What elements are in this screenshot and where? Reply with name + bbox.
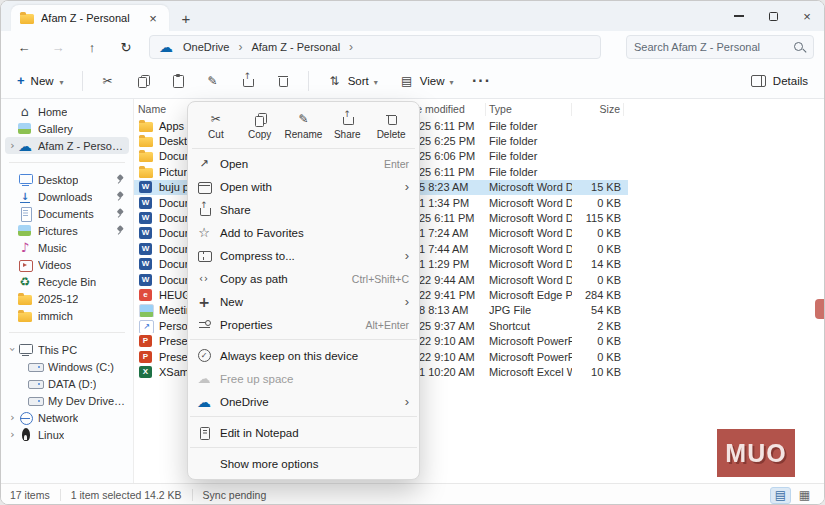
new-tab-button[interactable] [173, 5, 199, 31]
quick-action-button[interactable]: Delete [369, 108, 413, 143]
sidebar-item[interactable]: Network [5, 409, 129, 426]
sidebar-item[interactable]: 2025-12 [5, 290, 129, 307]
sidebar-item[interactable]: Windows (C:) [5, 358, 129, 375]
toolbar-button[interactable] [235, 68, 261, 94]
context-menu-item[interactable]: Copy as path Ctrl+Shift+C [192, 267, 415, 290]
context-menu-item[interactable]: New [192, 290, 415, 313]
chevron-right-icon[interactable] [8, 427, 17, 443]
chevron-spacer[interactable] [18, 393, 27, 409]
quick-action-button[interactable]: Share [325, 108, 369, 143]
toolbar-button[interactable] [270, 68, 296, 94]
maximize-button[interactable] [756, 1, 790, 31]
refresh-button[interactable] [113, 35, 139, 59]
sidebar-item[interactable]: Documents [5, 205, 129, 222]
view-button[interactable]: View [393, 69, 460, 93]
quick-action-button[interactable]: Cut [194, 108, 238, 143]
thumbnails-view-button[interactable] [794, 487, 815, 504]
context-menu-item[interactable]: Show more options [192, 452, 415, 475]
sidebar-item[interactable]: immich [5, 307, 129, 324]
new-item-icon [196, 294, 212, 310]
chevron-spacer[interactable] [8, 274, 17, 290]
sidebar-item[interactable]: Afam Z - Personal [5, 137, 129, 154]
favorites-icon [196, 225, 212, 241]
sidebar-item-label: Desktop [38, 174, 78, 186]
chevron-spacer[interactable] [8, 291, 17, 307]
back-button[interactable] [11, 35, 37, 59]
sidebar-item[interactable]: Home [5, 103, 129, 120]
sidebar-item[interactable]: Desktop [5, 171, 129, 188]
see-more-button[interactable] [468, 68, 494, 94]
close-button[interactable] [790, 1, 824, 31]
chevron-right-icon[interactable] [8, 138, 17, 154]
chevron-right-icon[interactable] [238, 40, 242, 54]
sidebar-item[interactable]: Downloads [5, 188, 129, 205]
sidebar-item[interactable]: My Dev Drive (E:) [5, 392, 129, 409]
sidebar-item-label: Downloads [38, 191, 92, 203]
context-menu-item[interactable]: Edit in Notepad [192, 421, 415, 444]
chevron-spacer[interactable] [8, 172, 17, 188]
chevron-spacer[interactable] [8, 104, 17, 120]
column-header-size[interactable]: Size [572, 103, 624, 116]
quick-action-button[interactable]: Rename [282, 108, 326, 143]
chevron-spacer[interactable] [8, 240, 17, 256]
word-icon [138, 211, 154, 225]
chevron-spacer[interactable] [8, 257, 17, 273]
file-type: Microsoft Excel W... [486, 366, 572, 378]
explorer-tab[interactable]: Afam Z - Personal [11, 5, 169, 31]
sidebar-item[interactable]: Linux [5, 426, 129, 443]
minimize-button[interactable] [722, 1, 756, 31]
chevron-spacer[interactable] [8, 206, 17, 222]
details-view-button[interactable] [770, 487, 791, 504]
sidebar-item[interactable]: Music [5, 239, 129, 256]
sidebar-item[interactable]: DATA (D:) [5, 375, 129, 392]
context-menu-item[interactable]: Open with [192, 175, 415, 198]
sidebar-item[interactable]: Videos [5, 256, 129, 273]
chevron-spacer[interactable] [18, 376, 27, 392]
chevron-spacer[interactable] [8, 223, 17, 239]
sidebar-item[interactable]: This PC [5, 341, 129, 358]
toolbar-button[interactable] [200, 68, 226, 94]
breadcrumb-onedrive[interactable]: OneDrive [181, 39, 231, 55]
sidebar-item[interactable]: Pictures [5, 222, 129, 239]
up-button[interactable] [79, 35, 105, 59]
toolbar-button[interactable] [165, 68, 191, 94]
chevron-right-icon[interactable] [349, 40, 353, 54]
toolbar-button[interactable] [130, 68, 156, 94]
context-menu-item[interactable]: Properties Alt+Enter [192, 313, 415, 336]
context-menu-item[interactable]: Open Enter [192, 152, 415, 175]
submenu-chevron-icon [397, 394, 409, 409]
sidebar-item[interactable]: Recycle Bin [5, 273, 129, 290]
quick-action-button[interactable]: Copy [238, 108, 282, 143]
details-pane-button[interactable]: Details [745, 71, 814, 91]
new-button[interactable]: + New [11, 69, 70, 92]
forward-button[interactable] [45, 35, 71, 59]
context-menu-item[interactable]: Add to Favorites [192, 221, 415, 244]
sync-status: Sync pending [203, 489, 267, 501]
drive-icon [27, 360, 43, 374]
chevron-spacer[interactable] [8, 308, 17, 324]
context-menu-item[interactable]: OneDrive [192, 390, 415, 413]
chevron-spacer[interactable] [8, 121, 17, 137]
column-header-type[interactable]: Type [486, 103, 572, 116]
search-box[interactable] [626, 35, 814, 59]
chevron-down-icon[interactable] [8, 342, 17, 358]
context-menu-item[interactable]: Share [192, 198, 415, 221]
toolbar-button[interactable] [95, 68, 121, 94]
search-input[interactable] [634, 41, 788, 53]
chevron-spacer[interactable] [18, 359, 27, 375]
drive-icon [27, 394, 43, 408]
sidebar-item[interactable]: Gallery [5, 120, 129, 137]
context-menu-item[interactable]: Compress to... [192, 244, 415, 267]
file-size: 10 KB [572, 366, 624, 378]
tab-close-icon[interactable] [145, 10, 161, 26]
search-icon[interactable] [792, 40, 806, 54]
pin-icon [114, 174, 124, 186]
chevron-right-icon[interactable] [8, 410, 17, 426]
chevron-spacer[interactable] [8, 189, 17, 205]
breadcrumb-current[interactable]: Afam Z - Personal [249, 39, 342, 55]
context-menu-item[interactable]: Always keep on this device [192, 344, 415, 367]
address-bar[interactable]: OneDrive Afam Z - Personal [149, 35, 601, 59]
tab-title: Afam Z - Personal [41, 12, 130, 24]
context-menu-item[interactable]: Free up space [192, 367, 415, 390]
sort-button[interactable]: Sort [321, 69, 384, 93]
